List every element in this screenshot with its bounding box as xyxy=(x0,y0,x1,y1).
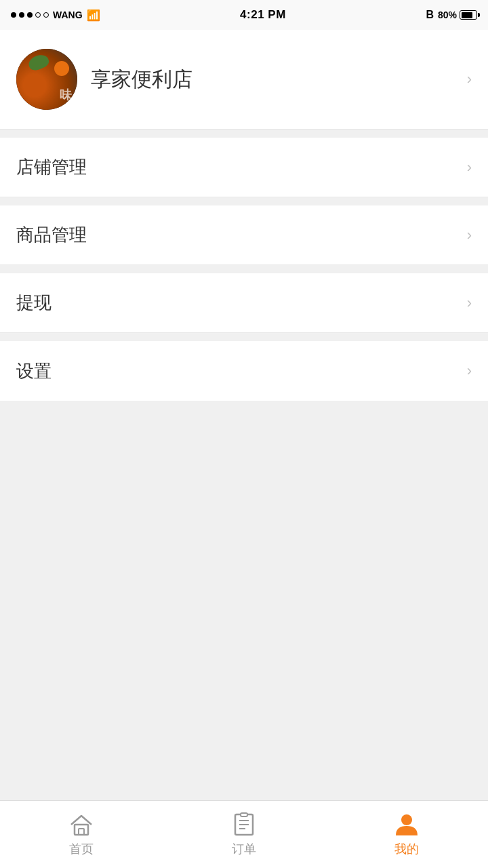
svg-point-7 xyxy=(401,814,412,825)
svg-rect-1 xyxy=(79,829,84,835)
bluetooth-icon: B xyxy=(426,9,434,21)
status-time: 4:21 PM xyxy=(240,8,286,22)
settings-label: 设置 xyxy=(16,359,52,383)
store-name: 享家便利店 xyxy=(91,66,192,94)
person-icon xyxy=(394,812,419,837)
signal-dot-4 xyxy=(35,12,41,18)
content-area xyxy=(0,401,488,800)
profile-chevron-icon: › xyxy=(467,71,472,88)
tab-home-label: 首页 xyxy=(69,841,94,857)
wifi-icon: 📶 xyxy=(87,9,100,22)
avatar-orange-circle xyxy=(54,61,69,76)
profile-section[interactable]: 享家便利店 › xyxy=(0,30,488,130)
withdrawal-chevron-icon: › xyxy=(467,294,472,312)
settings-chevron-icon: › xyxy=(467,362,472,380)
store-management-label: 店铺管理 xyxy=(16,155,87,179)
product-management-chevron-icon: › xyxy=(467,226,472,244)
home-icon xyxy=(69,812,94,837)
battery-fill xyxy=(462,12,473,18)
menu-item-withdrawal[interactable]: 提现 › xyxy=(0,273,488,333)
signal-dot-5 xyxy=(43,12,49,18)
menu-item-settings[interactable]: 设置 › xyxy=(0,341,488,401)
signal-dots xyxy=(11,12,49,18)
profile-left: 享家便利店 xyxy=(16,49,192,110)
tab-orders[interactable]: 订单 xyxy=(163,801,325,868)
section-divider-1 xyxy=(0,130,488,138)
menu-item-product-management[interactable]: 商品管理 › xyxy=(0,205,488,265)
avatar-food-bg xyxy=(16,49,77,110)
avatar xyxy=(16,49,77,110)
svg-rect-0 xyxy=(75,825,88,835)
signal-dot-2 xyxy=(19,12,24,18)
tab-bar: 首页 订单 我的 xyxy=(0,800,488,868)
status-right: B 80% xyxy=(426,9,477,21)
tab-home[interactable]: 首页 xyxy=(0,801,163,868)
menu-section: 店铺管理 › 商品管理 › 提现 › 设置 › xyxy=(0,138,488,401)
battery-percent: 80% xyxy=(438,9,457,20)
tab-mine-label: 我的 xyxy=(394,841,419,857)
tab-orders-label: 订单 xyxy=(232,841,256,857)
withdrawal-label: 提现 xyxy=(16,291,52,315)
menu-item-store-management[interactable]: 店铺管理 › xyxy=(0,138,488,197)
section-divider-2 xyxy=(0,197,488,205)
section-divider-4 xyxy=(0,333,488,341)
order-icon xyxy=(233,812,255,837)
product-management-label: 商品管理 xyxy=(16,223,87,247)
battery-icon xyxy=(460,10,477,20)
status-left: WANG 📶 xyxy=(11,9,100,22)
section-divider-3 xyxy=(0,265,488,273)
signal-dot-3 xyxy=(27,12,33,18)
store-management-chevron-icon: › xyxy=(467,159,472,176)
tab-mine[interactable]: 我的 xyxy=(325,801,488,868)
battery-container: 80% xyxy=(438,9,477,20)
svg-rect-6 xyxy=(241,813,247,816)
status-bar: WANG 📶 4:21 PM B 80% xyxy=(0,0,488,30)
signal-dot-1 xyxy=(11,12,16,18)
carrier-label: WANG xyxy=(53,9,83,20)
